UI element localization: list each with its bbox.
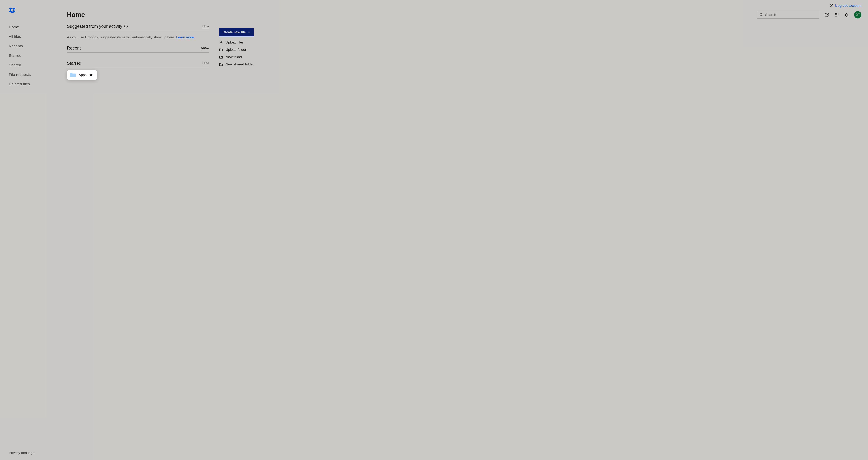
shared-folder-icon <box>219 62 223 66</box>
suggested-hide-toggle[interactable]: Hide <box>203 25 209 28</box>
starred-folder-label: Apps <box>79 73 87 77</box>
sidebar-item-home[interactable]: Home <box>0 22 57 32</box>
info-icon[interactable] <box>124 25 128 28</box>
main-content: Upgrade account Home DT <box>57 0 868 460</box>
svg-point-16 <box>126 25 126 26</box>
svg-rect-13 <box>838 16 839 17</box>
svg-rect-11 <box>835 16 836 17</box>
action-new-shared-folder[interactable]: New shared folder <box>219 62 255 66</box>
suggested-body: As you use Dropbox, suggested items will… <box>67 31 209 45</box>
learn-more-link[interactable]: Learn more <box>176 35 194 39</box>
sidebar-item-all-files[interactable]: All files <box>0 32 57 41</box>
folder-icon <box>69 72 76 78</box>
upload-folder-icon <box>219 48 223 52</box>
starred-section-title: Starred <box>67 61 81 66</box>
header-tools: DT <box>757 11 861 19</box>
actions-column: Create new file Upload files Upload fold <box>219 24 255 66</box>
svg-rect-6 <box>836 13 837 14</box>
svg-rect-8 <box>835 14 836 15</box>
sidebar: Home All files Recents Starred Shared Fi… <box>0 0 57 460</box>
suggested-section-title: Suggested from your activity <box>67 24 128 29</box>
recent-show-toggle[interactable]: Show <box>201 46 209 50</box>
starred-folder-apps[interactable]: Apps <box>67 70 97 80</box>
search-input[interactable] <box>765 13 817 17</box>
star-icon <box>89 73 93 77</box>
feed-column: Suggested from your activity Hide As you… <box>67 24 209 82</box>
upgrade-account-text: Upgrade account <box>835 4 861 8</box>
apps-grid-icon[interactable] <box>834 12 839 17</box>
svg-rect-10 <box>838 14 839 15</box>
sidebar-item-file-requests[interactable]: File requests <box>0 70 57 79</box>
upgrade-icon <box>830 4 833 7</box>
recent-section-title: Recent <box>67 45 81 51</box>
action-upload-files[interactable]: Upload files <box>219 40 255 44</box>
svg-rect-7 <box>838 13 839 14</box>
notifications-icon[interactable] <box>844 12 849 17</box>
upgrade-account-link[interactable]: Upgrade account <box>830 4 861 8</box>
starred-hide-toggle[interactable]: Hide <box>203 61 209 65</box>
svg-rect-9 <box>836 14 837 15</box>
sidebar-item-starred[interactable]: Starred <box>0 51 57 60</box>
svg-point-1 <box>760 13 762 16</box>
avatar[interactable]: DT <box>854 11 861 19</box>
action-new-folder[interactable]: New folder <box>219 55 255 59</box>
help-icon[interactable] <box>825 12 829 17</box>
sidebar-privacy-legal-link[interactable]: Privacy and legal <box>0 451 57 460</box>
sidebar-nav: Home All files Recents Starred Shared Fi… <box>0 22 57 89</box>
page-title: Home <box>67 11 85 19</box>
svg-rect-5 <box>835 13 836 14</box>
svg-line-2 <box>762 15 763 16</box>
upload-file-icon <box>219 40 223 44</box>
new-folder-icon <box>219 55 223 59</box>
sidebar-item-recents[interactable]: Recents <box>0 41 57 51</box>
dropbox-logo[interactable] <box>0 4 57 22</box>
create-new-file-button[interactable]: Create new file <box>219 28 254 36</box>
action-upload-folder[interactable]: Upload folder <box>219 48 255 52</box>
search-box[interactable] <box>757 11 819 19</box>
chevron-down-icon <box>248 31 250 34</box>
sidebar-item-deleted-files[interactable]: Deleted files <box>0 79 57 89</box>
sidebar-item-shared[interactable]: Shared <box>0 60 57 70</box>
svg-rect-12 <box>836 16 837 17</box>
search-icon <box>760 13 763 17</box>
